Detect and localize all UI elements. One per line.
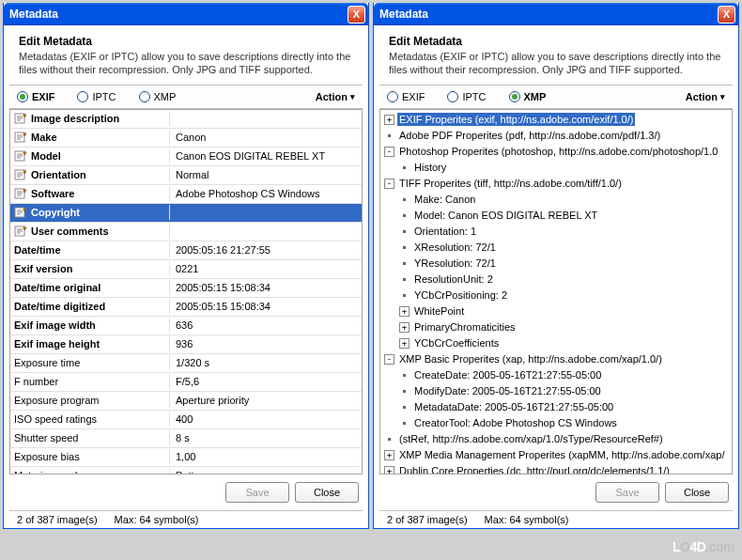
table-row[interactable]: Exif image height936 — [10, 335, 362, 354]
tab-exif[interactable]: EXIF — [17, 91, 54, 102]
collapse-icon[interactable]: - — [384, 354, 394, 365]
tree-item[interactable]: (stRef, http://ns.adobe.com/xap/1.0/sTyp… — [382, 431, 730, 447]
field-value[interactable]: 2005:05:15 15:08:34 — [170, 280, 362, 295]
table-row[interactable]: User comments — [10, 223, 362, 241]
field-name: User comments — [10, 224, 170, 239]
field-value[interactable]: 2005:05:15 15:08:34 — [170, 299, 362, 314]
table-row[interactable]: SoftwareAdobe Photoshop CS Windows — [10, 185, 362, 204]
expand-icon[interactable]: + — [384, 450, 394, 460]
tree-item[interactable]: -TIFF Properites (tiff, http://ns.adobe.… — [382, 176, 730, 192]
action-dropdown[interactable]: Action▾ — [686, 91, 725, 102]
collapse-icon[interactable]: - — [384, 179, 394, 189]
tab-iptc[interactable]: IPTC — [447, 91, 486, 102]
field-value[interactable]: Canon EOS DIGITAL REBEL XT — [170, 148, 362, 163]
radio-icon — [139, 91, 150, 102]
table-row[interactable]: ISO speed ratings400 — [10, 411, 362, 429]
field-value[interactable]: Pattern — [170, 468, 362, 474]
table-row[interactable]: MakeCanon — [10, 129, 362, 148]
table-row[interactable]: Metering modePattern — [10, 467, 362, 474]
statusbar: 2 of 387 image(s) Max: 64 symbol(s) — [379, 510, 733, 528]
field-value[interactable]: 400 — [170, 412, 362, 427]
table-row[interactable]: Exposure bias1,00 — [10, 448, 362, 467]
save-button[interactable]: Save — [595, 482, 659, 503]
expand-icon[interactable]: + — [384, 466, 394, 474]
field-value[interactable] — [170, 117, 362, 120]
close-icon[interactable]: X — [348, 6, 365, 23]
field-value[interactable]: 1/320 s — [170, 355, 362, 370]
tree-item[interactable]: +Dublin Core Properties (dc, http://purl… — [382, 463, 730, 474]
expand-icon[interactable]: + — [384, 115, 394, 125]
titlebar[interactable]: Metadata X — [4, 3, 368, 25]
tab-xmp[interactable]: XMP — [509, 91, 547, 102]
field-value[interactable]: 636 — [170, 318, 362, 333]
table-row[interactable]: Exposure time1/320 s — [10, 354, 362, 373]
tab-iptc[interactable]: IPTC — [77, 91, 116, 102]
tree-item[interactable]: YResolution: 72/1 — [382, 256, 730, 272]
tree-item[interactable]: -XMP Basic Properites (xap, http://ns.ad… — [382, 351, 730, 367]
tree-item[interactable]: YCbCrPositioning: 2 — [382, 288, 730, 303]
table-row[interactable]: ModelCanon EOS DIGITAL REBEL XT — [10, 148, 362, 166]
tab-xmp[interactable]: XMP — [139, 91, 177, 102]
field-value[interactable] — [170, 229, 362, 233]
action-dropdown[interactable]: Action▾ — [316, 91, 355, 102]
field-value[interactable]: Canon — [170, 130, 362, 145]
chevron-down-icon: ▾ — [350, 92, 355, 101]
tree-item[interactable]: +EXIF Properites (exif, http://ns.adobe.… — [382, 112, 730, 128]
tree-item[interactable]: Model: Canon EOS DIGITAL REBEL XT — [382, 208, 730, 224]
tree-leaf-icon — [399, 163, 410, 173]
expand-icon[interactable]: + — [399, 322, 410, 333]
table-row[interactable]: F numberF/5,6 — [10, 373, 362, 392]
table-row[interactable]: Date/time2005:05:16 21:27:55 — [10, 241, 362, 260]
xmp-tree[interactable]: +EXIF Properites (exif, http://ns.adobe.… — [379, 109, 733, 474]
expand-icon[interactable]: + — [399, 306, 410, 317]
tree-item[interactable]: +YCbCrCoefficients — [382, 335, 730, 351]
tree-item[interactable]: Make: Canon — [382, 192, 730, 208]
table-row[interactable]: Exposure programAperture priority — [10, 392, 362, 411]
table-row[interactable]: Copyright — [10, 204, 362, 223]
field-value[interactable]: 8 s — [170, 430, 362, 445]
titlebar[interactable]: Metadata X — [374, 3, 738, 25]
table-row[interactable]: Image description — [10, 110, 362, 129]
field-value[interactable]: Aperture priority — [170, 393, 362, 408]
tree-item[interactable]: +XMP Media Management Properites (xapMM,… — [382, 447, 730, 463]
tree-item[interactable]: ModifyDate: 2005-05-16T21:27:55-05:00 — [382, 383, 730, 399]
field-name: Make — [10, 130, 170, 145]
field-value[interactable]: F/5,6 — [170, 374, 362, 389]
field-value[interactable]: Adobe Photoshop CS Windows — [170, 186, 362, 201]
tree-item[interactable]: ResolutionUnit: 2 — [382, 272, 730, 288]
close-icon[interactable]: X — [718, 6, 735, 23]
tree-item[interactable]: Orientation: 1 — [382, 224, 730, 240]
field-value[interactable]: Normal — [170, 167, 362, 182]
table-row[interactable]: Date/time original2005:05:15 15:08:34 — [10, 279, 362, 298]
save-button[interactable]: Save — [225, 482, 289, 503]
tree-item[interactable]: -Photoshop Properites (photoshop, http:/… — [382, 144, 730, 160]
collapse-icon[interactable]: - — [384, 147, 394, 157]
tree-item[interactable]: +WhitePoint — [382, 303, 730, 319]
tree-item[interactable]: History — [382, 160, 730, 176]
radio-icon — [387, 91, 398, 102]
tree-label: Photoshop Properites (photoshop, http://… — [397, 145, 719, 158]
tree-item[interactable]: CreateDate: 2005-05-16T21:27:55-05:00 — [382, 367, 730, 383]
tree-item[interactable]: XResolution: 72/1 — [382, 240, 730, 256]
tree-item[interactable]: MetadataDate: 2005-05-16T21:27:55-05:00 — [382, 399, 730, 415]
field-value[interactable]: 0221 — [170, 261, 362, 276]
field-value[interactable]: 936 — [170, 336, 362, 351]
tree-item[interactable]: +PrimaryChromaticities — [382, 319, 730, 335]
close-button[interactable]: Close — [665, 482, 729, 503]
metadata-table[interactable]: Image descriptionMakeCanonModelCanon EOS… — [9, 109, 363, 474]
table-row[interactable]: OrientationNormal — [10, 166, 362, 185]
table-row[interactable]: Exif version0221 — [10, 260, 362, 279]
field-value[interactable] — [170, 210, 362, 214]
field-value[interactable]: 2005:05:16 21:27:55 — [170, 242, 362, 257]
field-value[interactable]: 1,00 — [170, 449, 362, 464]
tree-item[interactable]: CreatorTool: Adobe Photoshop CS Windows — [382, 415, 730, 431]
close-button[interactable]: Close — [295, 482, 359, 503]
expand-icon[interactable]: + — [399, 338, 410, 349]
table-row[interactable]: Date/time digitized2005:05:15 15:08:34 — [10, 298, 362, 317]
tree-item[interactable]: Adobe PDF Properites (pdf, http://ns.ado… — [382, 128, 730, 144]
tab-exif[interactable]: EXIF — [387, 91, 425, 102]
table-row[interactable]: Shutter speed8 s — [10, 429, 362, 448]
tree-label: History — [412, 161, 448, 174]
tree-label: YCbCrPositioning: 2 — [412, 288, 509, 302]
table-row[interactable]: Exif image width636 — [10, 317, 362, 335]
